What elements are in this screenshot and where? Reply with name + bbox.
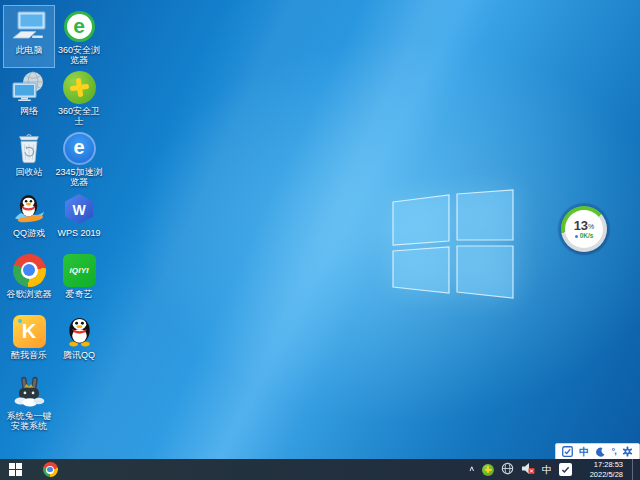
2345-browser-icon: e [61, 130, 97, 166]
taskbar-chrome-button[interactable] [38, 459, 62, 480]
icon-label: 腾讯QQ [63, 350, 95, 360]
desktop-icon-360-browser[interactable]: e 360安全浏览器 [54, 6, 104, 67]
360-browser-icon: e [61, 8, 97, 44]
desktop-icon-kuwo-music[interactable]: K 酷我音乐 [4, 311, 54, 372]
desktop-icon-column-1: 此电脑 网络 [4, 6, 54, 433]
desktop-icon-system-rabbit[interactable]: 系统兔一键安装系统 [4, 372, 54, 433]
icon-label: QQ游戏 [13, 228, 45, 238]
kuwo-music-icon: K [11, 313, 47, 349]
progress-widget[interactable]: 13 % 0K/s [561, 206, 607, 252]
ime-chinese-mode[interactable]: 中 [579, 447, 589, 457]
clock-time: 17:28:53 [594, 460, 623, 470]
desktop-icon-2345-browser[interactable]: e 2345加速浏览器 [54, 128, 104, 189]
network-tray-icon[interactable] [501, 461, 514, 479]
desktop-icon-360-safeguard[interactable]: 360安全卫士 [54, 67, 104, 128]
tray-expand-chevron[interactable]: ∧ [468, 466, 475, 473]
chrome-icon [11, 252, 47, 288]
ime-tray-icon[interactable] [559, 463, 572, 476]
desktop-icon-tencent-qq[interactable]: 腾讯QQ [54, 311, 104, 372]
show-desktop-button[interactable] [632, 459, 637, 480]
taskbar: ∧ 中 [0, 459, 640, 480]
network-icon [11, 69, 47, 105]
icon-label: 酷我音乐 [11, 350, 47, 360]
taskbar-clock[interactable]: 17:28:53 2022/5/28 [579, 460, 623, 480]
start-button[interactable] [0, 459, 30, 480]
ime-settings-gear-icon[interactable] [622, 443, 633, 461]
icon-label: 2345加速浏览器 [54, 167, 104, 188]
iqiyi-icon: iQIYI [61, 252, 97, 288]
icon-label: 爱奇艺 [66, 289, 93, 299]
360-safeguard-icon [61, 69, 97, 105]
progress-value: 13 [574, 219, 588, 232]
windows-logo [391, 188, 515, 302]
wps-icon: W [61, 191, 97, 227]
icon-label: 谷歌浏览器 [7, 289, 52, 299]
desktop-icon-qq-games[interactable]: QQ游戏 [4, 189, 54, 250]
icon-label: 360安全浏览器 [54, 45, 104, 66]
desktop-icon-wps[interactable]: W WPS 2019 [54, 189, 104, 250]
icon-label: WPS 2019 [57, 228, 100, 238]
progress-inner: 13 % 0K/s [565, 210, 603, 248]
icon-label: 此电脑 [16, 45, 43, 55]
chrome-taskbar-icon [43, 462, 58, 477]
desktop-icon-network[interactable]: 网络 [4, 67, 54, 128]
ime-toolbar: 中 °, [555, 443, 640, 460]
desktop-icon-recycle-bin[interactable]: 回收站 [4, 128, 54, 189]
system-tray: ∧ 中 [468, 459, 640, 480]
progress-speed: 0K/s [580, 233, 594, 240]
this-pc-icon [11, 8, 47, 44]
desktop-icon-chrome[interactable]: 谷歌浏览器 [4, 250, 54, 311]
wallpaper: 此电脑 网络 [0, 0, 640, 480]
qq-games-icon [11, 191, 47, 227]
volume-muted-tray-icon[interactable] [521, 461, 535, 479]
recycle-bin-icon [11, 130, 47, 166]
icon-label: 网络 [20, 106, 38, 116]
icon-label: 回收站 [16, 167, 43, 177]
input-language-indicator[interactable]: 中 [542, 465, 552, 475]
desktop-icon-iqiyi[interactable]: iQIYI 爱奇艺 [54, 250, 104, 311]
ime-fullwidth-moon-icon[interactable] [595, 443, 605, 461]
system-rabbit-icon [11, 374, 47, 410]
360-tray-icon[interactable] [482, 464, 494, 476]
speed-dot-icon [575, 235, 578, 238]
desktop-icon-this-pc[interactable]: 此电脑 [4, 6, 54, 67]
clock-date: 2022/5/28 [590, 470, 623, 480]
icon-label: 360安全卫士 [54, 106, 104, 127]
ime-punctuation-icon[interactable]: °, [612, 447, 616, 456]
progress-unit: % [588, 223, 594, 230]
ime-logo-icon[interactable] [562, 443, 573, 461]
svg-text:W: W [72, 202, 86, 218]
desktop-icon-column-2: e 360安全浏览器 360安全卫士 e 2345加速浏览器 [54, 6, 104, 372]
icon-label: 系统兔一键安装系统 [4, 411, 54, 432]
windows-start-icon [9, 463, 22, 476]
tencent-qq-icon [61, 313, 97, 349]
